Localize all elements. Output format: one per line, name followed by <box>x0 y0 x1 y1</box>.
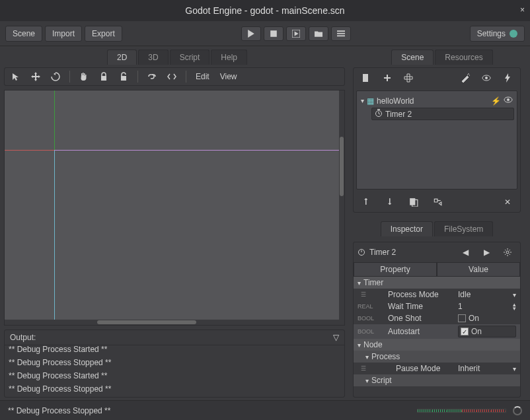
add-node-icon[interactable] <box>379 71 396 85</box>
tab-filesystem[interactable]: FileSystem <box>434 221 493 236</box>
unlock-tool[interactable] <box>115 69 132 84</box>
window-title: Godot Engine - godot - mainScene.scn <box>185 5 344 16</box>
rotate-tool[interactable] <box>47 69 64 84</box>
inspector-node-name: Timer 2 <box>369 248 396 257</box>
menubar: Scene Import Export Settings <box>0 21 530 46</box>
checkbox[interactable] <box>458 314 466 322</box>
svg-rect-0 <box>270 30 277 37</box>
titlebar: Godot Engine - godot - mainScene.scn × <box>0 0 530 21</box>
root-name: helloWorld <box>377 96 414 106</box>
history-fwd-icon[interactable]: ▶ <box>478 245 495 260</box>
svg-rect-7 <box>363 74 368 82</box>
property-header: Property Value <box>354 262 520 277</box>
tab-2d[interactable]: 2D <box>107 50 137 65</box>
svg-rect-2 <box>337 30 345 32</box>
play-scene-button[interactable] <box>286 26 306 41</box>
play-button[interactable] <box>241 26 261 41</box>
chevron-down-icon[interactable]: ▾ <box>513 365 516 372</box>
bool-icon: BOOL <box>358 328 369 335</box>
horizontal-scrollbar[interactable] <box>5 320 344 325</box>
export-menu[interactable]: Export <box>85 26 122 42</box>
eye-icon[interactable] <box>478 71 495 85</box>
tab-scene[interactable]: Scene <box>391 50 434 65</box>
stop-button[interactable] <box>264 26 284 41</box>
history-back-icon[interactable]: ◀ <box>457 245 474 260</box>
tab-help[interactable]: Help <box>211 50 247 65</box>
section-process[interactable]: ▾Process <box>354 351 520 363</box>
wand-icon[interactable] <box>457 71 474 85</box>
tab-inspector[interactable]: Inspector <box>381 221 433 236</box>
duplicate-icon[interactable] <box>405 195 422 209</box>
svg-rect-5 <box>101 76 106 81</box>
delete-icon[interactable]: ✕ <box>499 195 516 209</box>
expand-icon[interactable]: ▾ <box>361 97 364 104</box>
lock-tool[interactable] <box>95 69 112 84</box>
prop-autostart[interactable]: BOOL Autostart ✓On <box>354 324 520 339</box>
spinner-icon <box>513 406 522 415</box>
timer-icon <box>358 248 365 258</box>
scene-tree[interactable]: ▾ ▦ helloWorld ⚡ Timer 2 <box>356 90 517 190</box>
bolt-icon[interactable]: ⚡ <box>491 96 501 106</box>
instance-icon[interactable] <box>400 71 417 85</box>
bolt-icon[interactable] <box>499 71 516 85</box>
chevron-down-icon[interactable]: ▾ <box>513 291 516 298</box>
view-menu[interactable]: View <box>216 69 241 84</box>
status-dot-icon <box>510 30 517 38</box>
tab-3d[interactable]: 3D <box>138 50 168 65</box>
vertical-scrollbar[interactable] <box>339 90 344 325</box>
output-lines: ** Debug Process Started ** ** Debug Pro… <box>5 345 344 397</box>
statusbar: ** Debug Process Stopped ** <box>0 400 530 420</box>
inspector-panel: Timer 2 ◀ ▶ Property Value ▾Timer ☰ Proc… <box>353 242 521 398</box>
import-menu[interactable]: Import <box>45 26 82 42</box>
reparent-icon[interactable] <box>429 195 446 209</box>
svg-rect-13 <box>377 109 380 110</box>
gear-icon[interactable] <box>499 245 516 260</box>
svg-point-17 <box>506 251 509 254</box>
prop-one-shot[interactable]: BOOL One Shot On <box>354 312 520 324</box>
bool-icon: BOOL <box>358 315 369 322</box>
code-tool[interactable] <box>163 69 180 84</box>
open-button[interactable] <box>309 26 328 41</box>
section-script[interactable]: ▾Script <box>354 374 520 386</box>
performance-meter <box>417 409 506 413</box>
svg-rect-4 <box>337 35 345 36</box>
new-scene-icon[interactable] <box>358 71 375 85</box>
section-timer[interactable]: ▾Timer <box>354 277 520 289</box>
tree-child-row[interactable]: Timer 2 <box>371 108 514 120</box>
svg-point-9 <box>485 77 488 79</box>
scene-menu[interactable]: Scene <box>5 26 42 42</box>
pan-tool[interactable] <box>75 69 93 84</box>
child-name: Timer 2 <box>385 110 412 119</box>
scene-panel: ▾ ▦ helloWorld ⚡ Timer 2 🠕 🠗 ✕ <box>353 67 521 213</box>
tab-script[interactable]: Script <box>170 50 210 65</box>
svg-rect-3 <box>337 32 345 34</box>
output-panel: Output: ▽ ** Debug Process Started ** **… <box>4 330 345 398</box>
prop-process-mode[interactable]: ☰ Process Mode Idle▾ <box>354 289 520 300</box>
visibility-icon[interactable] <box>504 95 513 106</box>
settings-menu[interactable]: Settings <box>470 26 525 42</box>
move-up-icon[interactable]: 🠕 <box>358 195 375 209</box>
prop-pause-mode[interactable]: ☰ Pause Mode Inherit▾ <box>354 363 520 374</box>
chain-tool[interactable] <box>143 69 161 84</box>
status-text: ** Debug Process Stopped ** <box>8 406 110 415</box>
close-icon[interactable]: × <box>520 5 525 15</box>
prop-wait-time[interactable]: REAL Wait Time 1▴▾ <box>354 300 520 312</box>
collapse-icon[interactable]: ▽ <box>333 333 339 342</box>
spinner-icon[interactable]: ▴▾ <box>513 302 516 310</box>
move-down-icon[interactable]: 🠗 <box>381 195 398 209</box>
tree-root-row[interactable]: ▾ ▦ helloWorld ⚡ <box>360 94 514 108</box>
edit-menu[interactable]: Edit <box>192 69 213 84</box>
tab-resources[interactable]: Resources <box>435 50 492 65</box>
node-icon: ▦ <box>367 96 374 106</box>
svg-point-11 <box>507 98 510 101</box>
move-tool[interactable] <box>27 69 44 84</box>
list-button[interactable] <box>331 26 351 41</box>
select-tool[interactable] <box>7 69 24 84</box>
section-node[interactable]: ▾Node <box>354 339 520 351</box>
real-icon: REAL <box>358 303 369 310</box>
canvas-toolbar: Edit View <box>4 67 345 86</box>
checkbox[interactable]: ✓ <box>461 328 469 335</box>
axis-vertical <box>54 90 55 325</box>
svg-rect-6 <box>121 76 126 81</box>
canvas-viewport[interactable] <box>4 90 345 326</box>
